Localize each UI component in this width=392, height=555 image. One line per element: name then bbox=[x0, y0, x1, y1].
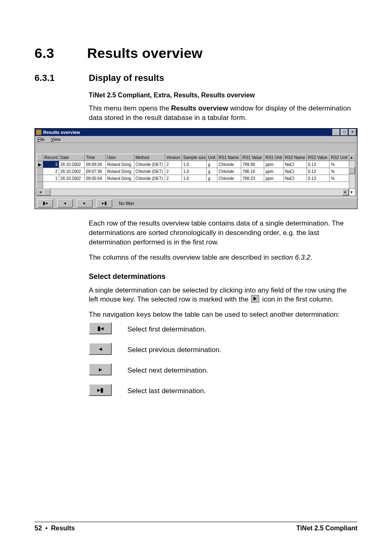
col-rs2-unit[interactable]: RS2 Unit bbox=[330, 154, 349, 161]
nav-prev-button[interactable]: ◂ bbox=[57, 199, 73, 207]
results-table: Record Date Time User Method Version Sam… bbox=[37, 154, 355, 196]
table-header-row: Record Date Time User Method Version Sam… bbox=[37, 154, 355, 161]
nav-last-icon: ▸▮ bbox=[89, 384, 112, 396]
vscroll-track[interactable] bbox=[349, 161, 355, 189]
hscroll-left[interactable]: ◂ bbox=[37, 189, 44, 196]
table-row[interactable]: ▶ 3 28.10.2002 09:09:26 Roland Dörig Chl… bbox=[37, 161, 355, 168]
subsection-heading: 6.3.1Display of results bbox=[35, 73, 357, 83]
nav-next-button[interactable]: ▸ bbox=[77, 199, 92, 207]
menu-file[interactable]: File bbox=[37, 137, 45, 142]
section-number: 6.3 bbox=[35, 45, 87, 61]
row-selector-header bbox=[37, 154, 43, 161]
window-titlebar: Results overview _ □ × bbox=[35, 129, 357, 136]
vscroll-thumb[interactable] bbox=[349, 167, 355, 174]
row-selector-icon[interactable]: ▶ bbox=[37, 161, 43, 168]
col-rs1-unit[interactable]: RS1 Unit bbox=[264, 154, 284, 161]
col-rs2-value[interactable]: RS2 Value bbox=[307, 154, 330, 161]
footer-right: TiNet 2.5 Compliant bbox=[296, 525, 357, 532]
menu-view[interactable]: View bbox=[51, 137, 61, 142]
row-selector[interactable] bbox=[37, 168, 43, 175]
section-title: Results overview bbox=[87, 45, 203, 61]
nav-prev-desc: Select previous determination. bbox=[127, 343, 221, 355]
subsection-title: Display of results bbox=[89, 73, 164, 83]
nav-key-list: ▮◂ Select first determination. ◂ Select … bbox=[89, 322, 356, 396]
row-selector[interactable] bbox=[37, 175, 43, 182]
nav-prev-icon: ◂ bbox=[89, 343, 112, 355]
minimize-button[interactable]: _ bbox=[332, 129, 340, 136]
window-title: Results overview bbox=[43, 130, 80, 135]
filter-label: No filter bbox=[119, 201, 134, 206]
paragraph-select: A single determination can be selected b… bbox=[89, 286, 356, 305]
nav-next-icon: ▸ bbox=[89, 363, 112, 375]
hscroll-right[interactable]: ▸ bbox=[342, 189, 349, 196]
col-sample-size[interactable]: Sample size bbox=[182, 154, 207, 161]
table-row[interactable]: 2 28.10.2002 09:07:39 Roland Dörig Chlor… bbox=[37, 168, 355, 175]
table-empty-space bbox=[37, 182, 355, 189]
footer-left: 52 • Results bbox=[35, 525, 75, 532]
paragraph-navkeys: The navigation keys below the table can … bbox=[89, 310, 356, 320]
col-version[interactable]: Version bbox=[165, 154, 182, 161]
intro-paragraph: This menu item opens the Results overvie… bbox=[89, 104, 356, 123]
subsection-number: 6.3.1 bbox=[35, 73, 89, 83]
nav-first-icon: ▮◂ bbox=[89, 322, 112, 334]
col-rs1-value[interactable]: RS1 Value bbox=[241, 154, 264, 161]
col-rs2-name[interactable]: RS2 Name bbox=[284, 154, 307, 161]
results-overview-window: Results overview _ □ × File View Record bbox=[35, 128, 357, 209]
nav-first-button[interactable]: ▮◂ bbox=[37, 199, 53, 207]
paragraph-rows: Each row of the results overview table c… bbox=[89, 219, 356, 247]
select-determinations-heading: Select determinations bbox=[89, 272, 356, 281]
nav-first-desc: Select first determination. bbox=[127, 322, 206, 334]
paragraph-columns: The columns of the results overview tabl… bbox=[89, 253, 356, 263]
vscroll-down[interactable]: ▾ bbox=[349, 189, 355, 196]
nav-next-desc: Select next determination. bbox=[127, 364, 208, 375]
menu-path: TiNet 2.5 Compliant, Extra, Results, Res… bbox=[89, 91, 356, 100]
close-button[interactable]: × bbox=[349, 129, 356, 136]
table-row[interactable]: 1 28.10.2002 09:05:54 Roland Dörig Chlor… bbox=[37, 175, 355, 182]
nav-last-button[interactable]: ▸▮ bbox=[97, 199, 112, 207]
col-rs1-name[interactable]: RS1 Name bbox=[217, 154, 241, 161]
col-method[interactable]: Method bbox=[134, 154, 165, 161]
col-user[interactable]: User bbox=[106, 154, 134, 161]
footer-section: Results bbox=[51, 525, 75, 532]
row-selector-inline-icon bbox=[251, 295, 259, 303]
col-unit[interactable]: Unit bbox=[207, 154, 217, 161]
col-time[interactable]: Time bbox=[85, 154, 106, 161]
nav-last-desc: Select last determination. bbox=[127, 384, 206, 396]
page-footer: 52 • Results TiNet 2.5 Compliant bbox=[35, 522, 357, 532]
footer-bullet: • bbox=[45, 525, 48, 532]
window-navbar: ▮◂ ◂ ▸ ▸▮ No filter bbox=[35, 198, 357, 209]
col-record[interactable]: Record bbox=[43, 154, 59, 161]
section-heading: 6.3Results overview bbox=[35, 45, 357, 61]
hscroll-thumb[interactable] bbox=[43, 189, 51, 196]
page-number: 52 bbox=[35, 525, 42, 532]
window-app-icon bbox=[36, 129, 42, 135]
vscroll-up[interactable]: ▴ bbox=[349, 154, 355, 161]
window-menubar: File View bbox=[35, 136, 357, 143]
col-date[interactable]: Date bbox=[59, 154, 84, 161]
maximize-button[interactable]: □ bbox=[341, 129, 348, 136]
